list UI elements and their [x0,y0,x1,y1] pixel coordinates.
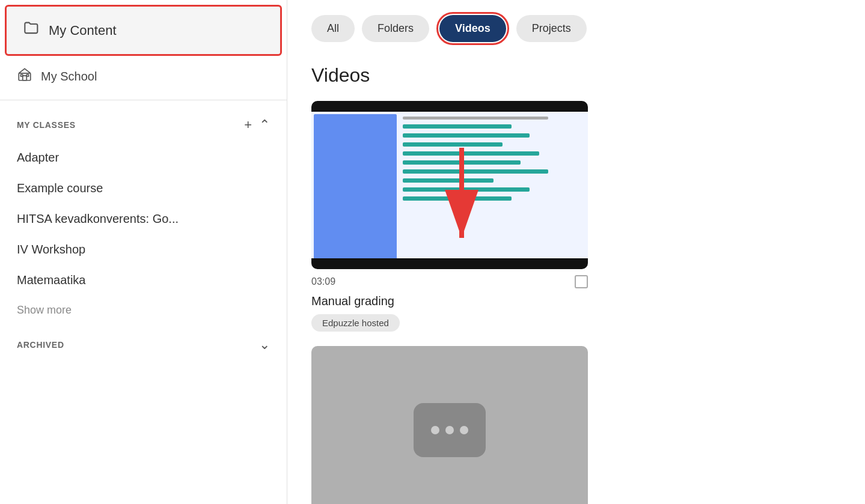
sidebar-item-my-content[interactable]: My Content [5,5,282,56]
tab-folders[interactable]: Folders [362,15,429,42]
sidebar-item-matemaatika[interactable]: Matemaatika [0,265,287,296]
video-meta-1: 03:09 [311,275,588,288]
video-placeholder-icon [414,403,486,457]
sidebar: My Content My School MY CLASSES + ⌃ Adap… [0,0,287,504]
show-more-button[interactable]: Show more [0,296,287,325]
tab-projects[interactable]: Projects [516,15,587,42]
expand-archived-button[interactable]: ⌄ [259,337,270,353]
video-checkbox-1[interactable] [575,275,588,288]
folder-icon [23,20,40,41]
video-tag-1: Edpuzzle hosted [311,314,400,332]
svg-rect-3 [26,74,28,76]
video-card-manual-grading[interactable]: 03:09 Manual grading Edpuzzle hosted [311,101,588,332]
dot-2 [445,426,454,434]
tab-videos[interactable]: Videos [439,15,506,42]
tab-all[interactable]: All [311,15,355,42]
my-classes-actions: + ⌃ [244,117,270,133]
sidebar-item-hitsa[interactable]: HITSA kevadkonverents: Go... [0,204,287,234]
tab-videos-wrapper: Videos [436,12,509,45]
archived-header: ARCHIVED ⌄ [0,325,287,361]
video-card-gustar[interactable]: 11:33 1 ● Gustar [311,346,588,504]
video-thumbnail-2 [311,346,588,504]
video-grid: 03:09 Manual grading Edpuzzle hosted 11:… [311,101,841,504]
sidebar-item-adapter[interactable]: Adapter [0,142,287,173]
sidebar-divider [0,100,287,100]
video-thumbnail-1 [311,101,588,269]
sidebar-item-example-course[interactable]: Example course [0,173,287,204]
main-content: All Folders Videos Projects Videos [287,0,865,504]
svg-rect-1 [23,76,27,80]
school-icon [17,67,32,87]
my-content-label: My Content [49,23,117,38]
collapse-classes-button[interactable]: ⌃ [259,117,270,133]
my-classes-header: MY CLASSES + ⌃ [0,103,287,142]
add-class-button[interactable]: + [244,117,252,133]
video-title-1: Manual grading [311,294,588,308]
video-duration-1: 03:09 [311,276,335,287]
section-title: Videos [311,64,841,87]
my-school-label: My School [41,70,97,83]
filter-tabs: All Folders Videos Projects [311,12,841,45]
dot-1 [431,426,439,434]
sidebar-item-iv-workshop[interactable]: IV Workshop [0,234,287,265]
sidebar-item-my-school[interactable]: My School [0,56,287,97]
svg-rect-2 [21,74,23,76]
dot-3 [460,426,468,434]
archived-title: ARCHIVED [17,340,64,350]
my-classes-title: MY CLASSES [17,120,76,130]
